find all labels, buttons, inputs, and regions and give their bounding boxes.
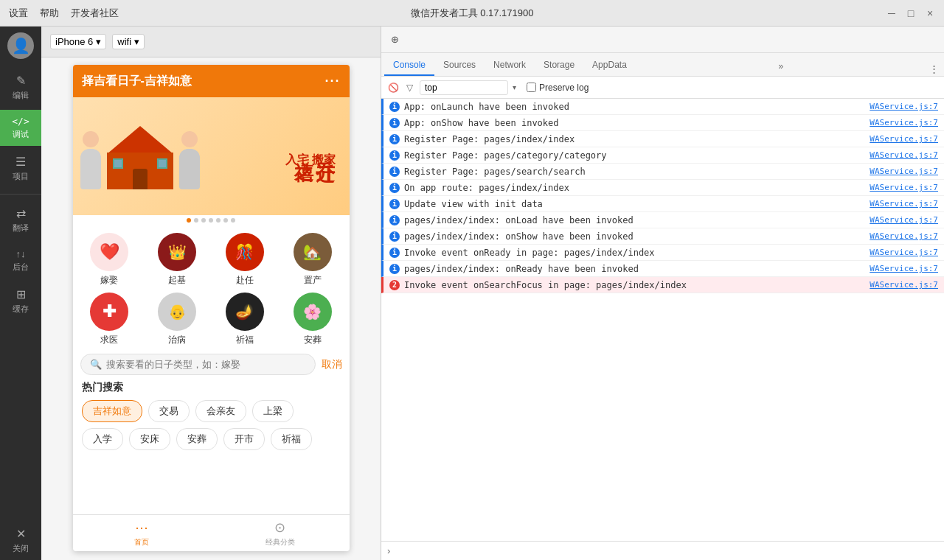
- sidebar-item-close[interactable]: ✕ 关闭: [0, 521, 41, 560]
- sidebar-item-backend[interactable]: ↑↓ 后台: [0, 242, 41, 279]
- hot-tag-8[interactable]: 祈福: [271, 428, 312, 450]
- sidebar-item-edit[interactable]: ✎ 编辑: [0, 68, 41, 107]
- window-controls: ─ □ ×: [886, 8, 935, 18]
- search-icon: 🔍: [90, 359, 102, 370]
- grid-item-1[interactable]: 👑 起基: [146, 233, 208, 287]
- network-selector[interactable]: wifi ▾: [112, 34, 145, 49]
- devtools-settings-icon[interactable]: ⋮: [926, 61, 941, 76]
- menu-help[interactable]: 帮助: [40, 7, 59, 20]
- log-icon-4: i: [389, 167, 400, 177]
- banner-dot-2[interactable]: [201, 218, 206, 223]
- minimize-button[interactable]: ─: [886, 8, 897, 18]
- log-icon-2: i: [389, 134, 400, 144]
- sidebar-item-debug[interactable]: </> 调试: [0, 110, 41, 146]
- log-source-10[interactable]: WAService.js:7: [870, 264, 938, 273]
- grid-label-anzang: 安葬: [304, 334, 322, 346]
- category-icon: ⊙: [274, 519, 285, 536]
- banner-dot-0[interactable]: [187, 218, 191, 223]
- hot-tag-4[interactable]: 入学: [82, 428, 123, 450]
- log-source-11[interactable]: WAService.js:7: [870, 280, 938, 290]
- log-source-5[interactable]: WAService.js:7: [870, 183, 938, 192]
- phone-toolbar: iPhone 6 ▾ wifi ▾: [41, 27, 381, 57]
- hot-tag-7[interactable]: 开市: [223, 428, 265, 450]
- banner-dot-1[interactable]: [194, 218, 198, 223]
- avatar[interactable]: 👤: [7, 32, 34, 59]
- hot-tag-6[interactable]: 安葬: [176, 428, 218, 450]
- grid-item-0[interactable]: ❤️ 嫁娶: [79, 233, 141, 287]
- preserve-log-checkbox[interactable]: [527, 83, 536, 92]
- log-source-3[interactable]: WAService.js:7: [870, 150, 938, 160]
- pointer-tool-button[interactable]: ⊕: [387, 32, 402, 47]
- grid-item-5[interactable]: 👴 治病: [146, 293, 208, 346]
- log-source-1[interactable]: WAService.js:7: [870, 118, 938, 127]
- log-message-1: App: onShow have been invoked: [404, 118, 865, 128]
- console-prompt-icon: ›: [387, 545, 390, 556]
- hot-tag-1[interactable]: 交易: [148, 400, 190, 422]
- filter-dropdown-arrow[interactable]: ▾: [513, 83, 516, 91]
- log-source-9[interactable]: WAService.js:7: [870, 248, 938, 257]
- translate-icon: ⇄: [16, 206, 26, 220]
- hot-tag-0[interactable]: 吉祥如意: [82, 400, 142, 422]
- banner-dot-6[interactable]: [231, 218, 235, 223]
- tab-network[interactable]: Network: [485, 55, 535, 76]
- grid-icon-anzang: 🌸: [294, 293, 332, 331]
- log-source-0[interactable]: WAService.js:7: [870, 102, 938, 111]
- console-logs: i App: onLaunch have been invoked WAServ…: [381, 99, 944, 541]
- grid-item-3[interactable]: 🏡 置产: [282, 233, 344, 287]
- grid-label-jiaju: 嫁娶: [100, 274, 118, 287]
- more-tabs-button[interactable]: »: [773, 57, 790, 76]
- search-cancel-button[interactable]: 取消: [322, 358, 342, 371]
- log-message-11: Invoke event onSearchFocus in page: page…: [404, 280, 865, 290]
- app-menu-dots[interactable]: ···: [324, 74, 340, 89]
- sidebar-label-translate: 翻译: [13, 223, 29, 234]
- grid-item-7[interactable]: 🌸 安葬: [282, 293, 344, 346]
- menu-bar: 设置 帮助 开发者社区: [9, 7, 119, 20]
- tab-console[interactable]: Console: [384, 55, 434, 76]
- log-source-6[interactable]: WAService.js:7: [870, 199, 938, 209]
- bottom-nav-home[interactable]: ⋯ 首页: [73, 515, 212, 551]
- grid-item-6[interactable]: 🪔 祈福: [214, 293, 276, 346]
- clear-console-button[interactable]: 🚫: [387, 82, 399, 94]
- phone-frame: 择吉看日子-吉祥如意 ···: [41, 57, 381, 560]
- grid-item-2[interactable]: 🎊 赴任: [214, 233, 276, 287]
- log-source-2[interactable]: WAService.js:7: [870, 134, 938, 144]
- grid-icon-qiuyi: ✚: [90, 293, 128, 331]
- banner-figures: [80, 123, 200, 189]
- filter-toggle-button[interactable]: ▽: [403, 82, 415, 94]
- hot-tag-5[interactable]: 安床: [129, 428, 170, 450]
- log-source-8[interactable]: WAService.js:7: [870, 231, 938, 241]
- filter-input[interactable]: [420, 80, 508, 95]
- menu-settings[interactable]: 设置: [9, 7, 28, 20]
- grid-item-4[interactable]: ✚ 求医: [79, 293, 141, 346]
- app-title: 择吉看日子-吉祥如意: [82, 74, 192, 89]
- log-source-4[interactable]: WAService.js:7: [870, 167, 938, 176]
- banner-dot-4[interactable]: [216, 218, 221, 223]
- sidebar-item-project[interactable]: ☰ 项目: [0, 149, 41, 188]
- close-button[interactable]: ×: [925, 8, 935, 18]
- hot-tag-3[interactable]: 上梁: [252, 400, 294, 422]
- grid-icon-qiji: 👑: [158, 233, 196, 271]
- tab-appdata[interactable]: AppData: [583, 55, 636, 76]
- search-input[interactable]: [106, 359, 306, 370]
- hot-tag-2[interactable]: 会亲友: [195, 400, 246, 422]
- sidebar-item-cache[interactable]: ⊞ 缓存: [0, 281, 41, 321]
- bottom-nav-category[interactable]: ⊙ 经典分类: [211, 515, 350, 551]
- sidebar-item-translate[interactable]: ⇄ 翻译: [0, 200, 41, 239]
- banner-dot-5[interactable]: [223, 218, 228, 223]
- edit-icon: ✎: [16, 74, 26, 88]
- network-chevron-icon: ▾: [134, 36, 139, 47]
- house-body-icon: [107, 153, 173, 189]
- tab-storage[interactable]: Storage: [535, 55, 583, 76]
- maximize-button[interactable]: □: [906, 8, 916, 18]
- banner-dot-3[interactable]: [209, 218, 213, 223]
- log-entry-4: i Register Page: pages/search/search WAS…: [381, 164, 944, 180]
- menu-community[interactable]: 开发者社区: [71, 7, 119, 20]
- tab-sources[interactable]: Sources: [434, 55, 485, 76]
- backend-icon: ↑↓: [16, 248, 26, 259]
- device-selector[interactable]: iPhone 6 ▾: [50, 34, 106, 49]
- log-source-7[interactable]: WAService.js:7: [870, 215, 938, 225]
- log-icon-9: i: [389, 248, 400, 258]
- cache-icon: ⊞: [16, 287, 26, 301]
- log-entry-9: i Invoke event onReady in page: pages/in…: [381, 245, 944, 261]
- main-layout: 👤 ✎ 编辑 </> 调试 ☰ 项目 ⇄ 翻译 ↑↓ 后台 ⊞ 缓存 ✕: [0, 27, 944, 560]
